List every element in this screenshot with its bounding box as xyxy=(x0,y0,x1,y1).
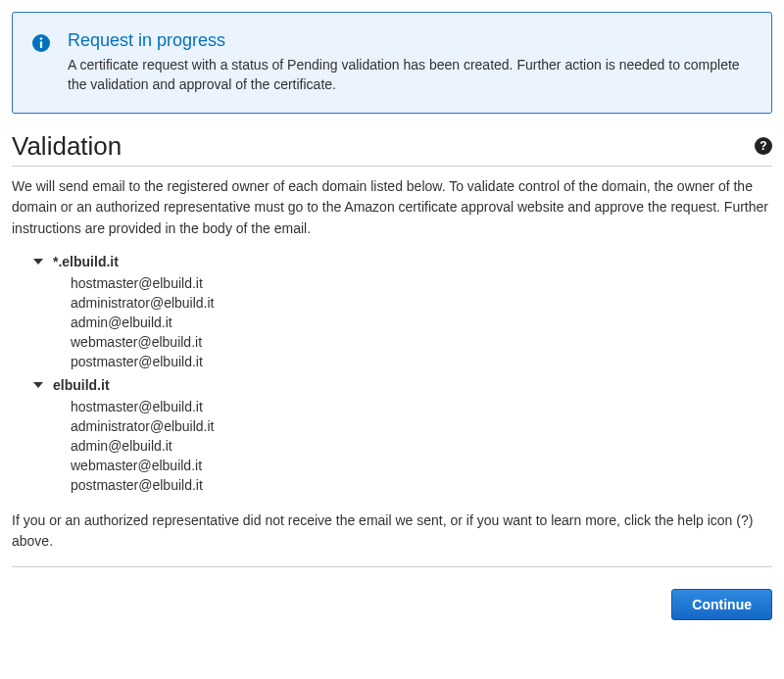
caret-down-icon xyxy=(33,382,43,388)
domain-list: *.elbuild.it hostmaster@elbuild.it admin… xyxy=(12,254,772,495)
domain-toggle[interactable]: *.elbuild.it xyxy=(12,254,772,269)
divider xyxy=(12,566,772,567)
email-item: administrator@elbuild.it xyxy=(71,293,772,313)
svg-rect-1 xyxy=(40,41,42,48)
alert-content: Request in progress A certificate reques… xyxy=(68,30,752,95)
email-list: hostmaster@elbuild.it administrator@elbu… xyxy=(12,397,772,495)
alert-title: Request in progress xyxy=(68,30,752,51)
email-item: administrator@elbuild.it xyxy=(71,416,772,436)
domain-name: elbuild.it xyxy=(53,377,110,393)
email-item: admin@elbuild.it xyxy=(71,313,772,332)
footer-text: If you or an authorized representative d… xyxy=(12,510,772,553)
email-list: hostmaster@elbuild.it administrator@elbu… xyxy=(12,273,772,371)
section-header: Validation ? xyxy=(12,131,772,162)
email-item: postmaster@elbuild.it xyxy=(71,475,772,495)
page-title: Validation xyxy=(12,131,122,162)
help-icon[interactable]: ? xyxy=(755,137,772,155)
caret-down-icon xyxy=(33,259,43,265)
email-item: webmaster@elbuild.it xyxy=(71,456,772,475)
svg-point-2 xyxy=(40,37,43,40)
alert-info-box: Request in progress A certificate reques… xyxy=(12,12,772,114)
email-item: postmaster@elbuild.it xyxy=(71,352,772,371)
alert-text: A certificate request with a status of P… xyxy=(68,55,752,95)
email-item: hostmaster@elbuild.it xyxy=(71,397,772,416)
info-icon xyxy=(32,30,68,55)
domain-block: elbuild.it hostmaster@elbuild.it adminis… xyxy=(12,377,772,495)
domain-toggle[interactable]: elbuild.it xyxy=(12,377,772,393)
email-item: webmaster@elbuild.it xyxy=(71,332,772,352)
email-item: hostmaster@elbuild.it xyxy=(71,273,772,293)
divider xyxy=(12,166,772,167)
intro-text: We will send email to the registered own… xyxy=(12,176,772,240)
email-item: admin@elbuild.it xyxy=(71,436,772,456)
button-row: Continue xyxy=(12,577,772,620)
domain-block: *.elbuild.it hostmaster@elbuild.it admin… xyxy=(12,254,772,371)
continue-button[interactable]: Continue xyxy=(671,589,772,620)
domain-name: *.elbuild.it xyxy=(53,254,119,269)
